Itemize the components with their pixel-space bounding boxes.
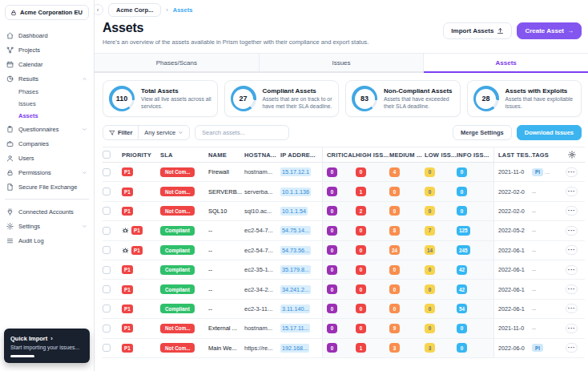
table-row[interactable]: P1 Not Com... SQL10 sql10.ac... 10.1.1.5… (103, 202, 585, 221)
row-checkbox[interactable] (103, 246, 111, 254)
row-checkbox[interactable] (103, 227, 111, 235)
org-selector[interactable]: Acme Corporation EU (5, 5, 89, 20)
gear-icon[interactable] (568, 151, 576, 159)
asset-ip[interactable]: 34.241.2... (280, 285, 311, 294)
table-row[interactable]: P1 Not Com... External ... hostnam... 15… (103, 319, 585, 338)
sidebar-item-issues[interactable]: Issues (5, 98, 89, 110)
row-actions-button[interactable]: ··· (566, 167, 578, 177)
stat-card-assets-with-exploits[interactable]: 28 Assets with Exploits Assets that have… (467, 80, 582, 117)
table-row[interactable]: P1 Compliant -- ec2-34-2... 34.241.2... … (103, 280, 585, 299)
asset-ip[interactable]: 192.168... (280, 344, 309, 353)
tab-phases-scans[interactable]: Phases/Scans (95, 54, 260, 73)
table-row[interactable]: P1 Compliant -- ec2-54-7... 54.75.14... … (103, 221, 585, 240)
sidebar-item-secure-file-exchange[interactable]: Secure File Exchange (5, 179, 89, 194)
user-icon (6, 155, 14, 162)
table-row[interactable]: P1 Not Com... Firewall hostnam... 15.17.… (103, 163, 585, 182)
service-dropdown[interactable]: Any service (138, 126, 189, 139)
asset-ip[interactable]: 10.1.1.136 (280, 188, 311, 196)
asset-name[interactable]: -- (208, 300, 244, 318)
column-header-name[interactable]: NAME (208, 147, 244, 162)
asset-ip[interactable]: 10.1.1.54 (280, 207, 308, 216)
table-row[interactable]: P1 Not Com... Main We... https://re... 1… (103, 339, 585, 358)
row-actions-button[interactable]: ··· (566, 265, 578, 275)
filter-button[interactable]: Filter (103, 126, 138, 139)
create-asset-button[interactable]: Create Asset → (517, 22, 582, 39)
asset-name[interactable]: Firewall (208, 163, 244, 181)
asset-name[interactable]: External ... (208, 319, 244, 337)
sidebar-item-users[interactable]: Users (5, 151, 89, 165)
asset-name[interactable]: SERVERB... (208, 182, 244, 200)
asset-name[interactable]: -- (208, 280, 244, 298)
sidebar-item-permissions[interactable]: Permissions (5, 165, 89, 179)
stat-card-non-compliant-assets[interactable]: 83 Non-Compliant Assets Assets that have… (345, 80, 461, 117)
row-checkbox[interactable] (103, 188, 111, 196)
column-header-last-tes-[interactable]: LAST TES... (493, 147, 532, 162)
sidebar-item-phases[interactable]: Phases (5, 86, 89, 98)
row-actions-button[interactable]: ··· (566, 324, 578, 333)
row-checkbox[interactable] (103, 325, 111, 333)
column-header-info-iss-[interactable]: INFO ISS... (457, 147, 493, 162)
sidebar-item-results[interactable]: Results (5, 71, 89, 86)
row-actions-button[interactable]: ··· (566, 226, 578, 236)
stat-card-total-assets[interactable]: 110 Total Assets View all live assets ac… (103, 80, 218, 117)
table-row[interactable]: P1 Compliant -- ec2-35-1... 35.179.8... … (103, 260, 585, 280)
row-checkbox[interactable] (103, 266, 111, 274)
column-header-hostna-[interactable]: HOSTNA... (244, 147, 280, 162)
sidebar-item-companies[interactable]: Companies (5, 136, 89, 151)
sidebar-item-calendar[interactable]: Calendar (5, 57, 89, 71)
breadcrumb-root[interactable]: Acme Corp... (108, 3, 161, 17)
download-issues-button[interactable]: Download Issues (517, 125, 582, 140)
sidebar-item-projects[interactable]: Projects (5, 42, 89, 57)
select-all-checkbox[interactable] (103, 151, 111, 159)
import-assets-button[interactable]: Import Assets (443, 22, 512, 39)
column-header-priority[interactable]: PRIORITY (122, 147, 160, 162)
asset-name[interactable]: -- (208, 241, 244, 260)
row-actions-button[interactable]: ··· (566, 245, 578, 255)
column-header-critical-[interactable]: CRITICAL ... (322, 147, 356, 162)
asset-name[interactable]: -- (208, 260, 244, 279)
row-checkbox[interactable] (103, 207, 111, 215)
asset-ip[interactable]: 15.17.11... (280, 324, 310, 333)
column-header-sla[interactable]: SLA (160, 147, 208, 162)
row-checkbox[interactable] (103, 344, 111, 352)
row-actions-button[interactable]: ··· (566, 304, 578, 313)
asset-ip[interactable]: 15.17.12.1 (280, 167, 311, 176)
sidebar-item-connected-accounts[interactable]: Connected Accounts (5, 204, 89, 219)
row-checkbox[interactable] (103, 168, 111, 176)
row-checkbox[interactable] (103, 285, 111, 293)
quick-import-popup[interactable]: Quick Import › Start importing your issu… (4, 329, 90, 363)
column-header-ip-addre-[interactable]: IP ADDRE... (280, 147, 322, 162)
sidebar-item-settings[interactable]: Settings (5, 219, 89, 233)
asset-name[interactable]: SQL10 (208, 202, 244, 220)
asset-ip[interactable]: 54.75.14... (280, 226, 311, 235)
column-header-high-iss-[interactable]: HIGH ISS... (356, 147, 389, 162)
asset-ip[interactable]: 3.11.140... (280, 304, 310, 313)
asset-ip[interactable]: 54.73.56... (280, 246, 311, 255)
breadcrumb-current[interactable]: Assets (173, 6, 193, 14)
row-actions-button[interactable]: ··· (566, 343, 578, 353)
tab-assets[interactable]: Assets (424, 54, 588, 73)
row-actions-button[interactable]: ··· (566, 284, 578, 294)
asset-ip[interactable]: 35.179.8... (280, 265, 311, 274)
sidebar-item-questionnaires[interactable]: Questionnaires (5, 122, 89, 136)
table-row[interactable]: P1 Not Com... SERVERB... serverba... 10.… (103, 182, 585, 201)
column-header-medium-[interactable]: MEDIUM ... (389, 147, 425, 162)
table-row[interactable]: P1 Compliant -- ec2-3-11... 3.11.140... … (103, 300, 585, 319)
row-actions-button[interactable]: ··· (566, 187, 578, 196)
search-input[interactable] (202, 129, 282, 136)
tab-issues[interactable]: Issues (260, 54, 425, 73)
row-checkbox[interactable] (103, 304, 111, 313)
asset-name[interactable]: Main We... (208, 339, 244, 357)
column-header-low-iss-[interactable]: LOW ISS... (425, 147, 457, 162)
asset-name[interactable]: -- (208, 221, 244, 240)
sidebar-item-assets[interactable]: Assets (5, 110, 89, 122)
table-row[interactable]: P1 Compliant -- ec2-54-7... 54.73.56... … (103, 241, 585, 260)
tag-chip[interactable]: PI (532, 344, 543, 352)
sidebar-item-dashboard[interactable]: Dashboard (5, 28, 89, 42)
stat-card-compliant-assets[interactable]: 27 Compliant Assets Assets that are on t… (224, 80, 340, 117)
column-header-tags[interactable]: TAGS (532, 147, 566, 162)
tag-chip[interactable]: PI (532, 168, 543, 176)
sidebar-item-audit-log[interactable]: Audit Log (5, 233, 89, 248)
merge-settings-button[interactable]: Merge Settings (453, 125, 512, 140)
row-actions-button[interactable]: ··· (566, 206, 578, 216)
